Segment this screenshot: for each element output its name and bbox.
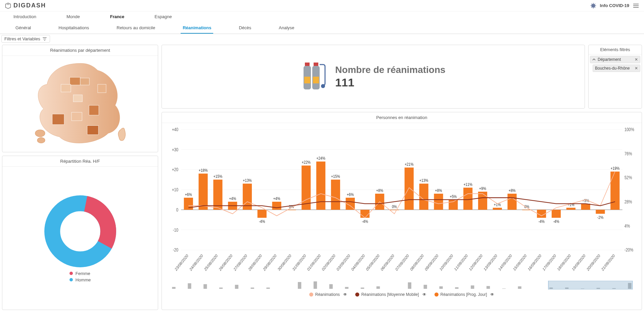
svg-text:01/09/2020: 01/09/2020 [306, 253, 321, 272]
eye-icon[interactable]: 👁 [490, 292, 494, 297]
svg-rect-164 [518, 286, 521, 289]
svg-rect-56 [213, 180, 222, 210]
svg-rect-16 [89, 105, 99, 115]
svg-rect-108 [596, 210, 605, 214]
donut-legend: Femme Homme [70, 271, 91, 282]
svg-rect-163 [502, 288, 506, 289]
svg-rect-161 [471, 285, 474, 289]
svg-rect-15 [52, 114, 64, 124]
svg-point-20 [35, 130, 45, 137]
subtab-reanimations[interactable]: Réanimations [181, 24, 213, 34]
covid-icon [590, 2, 597, 9]
svg-text:30/08/2020: 30/08/2020 [277, 253, 292, 272]
kpi-value: 111 [335, 76, 445, 89]
eye-icon[interactable]: 👁 [422, 292, 426, 297]
svg-rect-28 [313, 77, 319, 83]
primary-tabs: Introduction Monde France Espagne [0, 11, 644, 22]
svg-text:02/09/2020: 02/09/2020 [321, 253, 336, 272]
sparkline-brush[interactable] [164, 281, 640, 289]
tab-monde[interactable]: Monde [66, 14, 80, 22]
legend-homme-label: Homme [76, 277, 91, 282]
svg-text:09/09/2020: 09/09/2020 [424, 253, 439, 272]
legend-femme[interactable]: Femme [70, 271, 91, 276]
svg-rect-106 [581, 204, 590, 210]
brand-logo-icon [5, 2, 11, 9]
donut-chart[interactable] [43, 194, 117, 268]
chart-panel: Personnes en réanimation -20-100+10+20+3… [162, 112, 642, 310]
svg-rect-30 [314, 63, 318, 66]
svg-rect-92 [478, 192, 487, 210]
map-panel: Réanimations par département [2, 45, 158, 152]
svg-text:12/09/2020: 12/09/2020 [468, 253, 483, 272]
svg-text:+8%: +8% [376, 188, 383, 193]
legend-moyenne[interactable]: Réanimations [Moyenne Mobile] 👁 [355, 292, 426, 297]
tab-introduction[interactable]: Introduction [13, 14, 36, 22]
info-link[interactable]: Info COVID-19 [600, 3, 629, 8]
svg-text:26/08/2020: 26/08/2020 [218, 253, 233, 272]
svg-rect-13 [61, 84, 71, 92]
remove-filter-icon[interactable]: ✕ [635, 57, 638, 62]
swatch-icon [309, 293, 313, 297]
svg-rect-72 [331, 180, 340, 210]
filter-chip-bouches[interactable]: Bouches-du-Rhône ✕ [593, 65, 640, 72]
svg-text:-20%: -20% [625, 247, 633, 253]
donut-panel: Répartition Réa. H/F Femme Homme [2, 156, 158, 310]
filter-chip-departement[interactable]: Département ✕ [590, 56, 640, 63]
filters-title: Eléments filtrés [589, 45, 642, 54]
subtab-analyse[interactable]: Analyse [277, 24, 296, 34]
legend-homme[interactable]: Homme [70, 277, 91, 282]
reanimation-chart[interactable]: -20-100+10+20+30+40-20%4%28%52%76%100%+6… [164, 125, 640, 280]
tab-france[interactable]: France [110, 14, 125, 22]
svg-rect-76 [360, 210, 369, 218]
svg-rect-151 [314, 281, 317, 289]
brand-text: DIGDASH [13, 2, 46, 9]
svg-text:28%: 28% [625, 199, 632, 205]
filters-variables-toggle[interactable]: Filtres et Variables [1, 35, 50, 43]
subtab-hospitalisations[interactable]: Hospitalisations [56, 24, 91, 34]
svg-rect-18 [73, 95, 82, 102]
svg-rect-159 [439, 286, 443, 289]
subtab-retours[interactable]: Retours au domicile [114, 24, 157, 34]
chart-legend: Réanimations 👁 Réanimations [Moyenne Mob… [162, 290, 642, 299]
eye-icon[interactable]: 👁 [343, 292, 347, 297]
svg-text:16/09/2020: 16/09/2020 [527, 253, 542, 272]
svg-rect-104 [566, 208, 576, 210]
svg-point-21 [37, 138, 45, 143]
svg-text:+15%: +15% [214, 174, 223, 179]
svg-text:03/09/2020: 03/09/2020 [336, 253, 351, 272]
svg-rect-146 [235, 285, 238, 289]
svg-text:24/08/2020: 24/08/2020 [189, 253, 203, 272]
svg-text:08/09/2020: 08/09/2020 [409, 253, 424, 272]
svg-rect-62 [258, 210, 267, 218]
remove-filter-icon[interactable]: ✕ [635, 66, 638, 71]
subtab-deces[interactable]: Décès [237, 24, 253, 34]
svg-rect-172 [548, 281, 633, 289]
top-bar: DIGDASH Info COVID-19 [0, 0, 644, 11]
subtab-general[interactable]: Général [13, 24, 33, 34]
svg-text:0: 0 [176, 207, 178, 213]
france-map[interactable] [2, 56, 158, 151]
svg-rect-11 [70, 77, 80, 85]
svg-rect-154 [361, 287, 364, 289]
svg-rect-80 [390, 210, 399, 210]
svg-text:100%: 100% [625, 127, 634, 132]
menu-icon[interactable] [633, 2, 639, 9]
svg-text:05/09/2020: 05/09/2020 [365, 253, 380, 272]
svg-text:20/09/2020: 20/09/2020 [586, 253, 601, 272]
svg-text:+13%: +13% [419, 178, 428, 183]
svg-rect-145 [219, 287, 223, 289]
svg-rect-110 [610, 171, 619, 210]
svg-text:52%: 52% [625, 175, 632, 181]
legend-femme-label: Femme [76, 271, 90, 276]
legend-reanimations[interactable]: Réanimations 👁 [309, 292, 347, 297]
svg-text:+8%: +8% [509, 188, 516, 193]
oxygen-tank-icon [301, 60, 328, 93]
legend-label: Réanimations [315, 292, 340, 297]
legend-prog-jour[interactable]: Réanimations [Prog. Jour] 👁 [434, 292, 495, 297]
filters-label: Filtres et Variables [4, 36, 40, 41]
svg-text:+6%: +6% [185, 192, 192, 197]
svg-rect-88 [449, 200, 458, 210]
tab-espagne[interactable]: Espagne [154, 14, 172, 22]
svg-text:+4%: +4% [273, 196, 280, 201]
svg-rect-143 [188, 283, 191, 289]
